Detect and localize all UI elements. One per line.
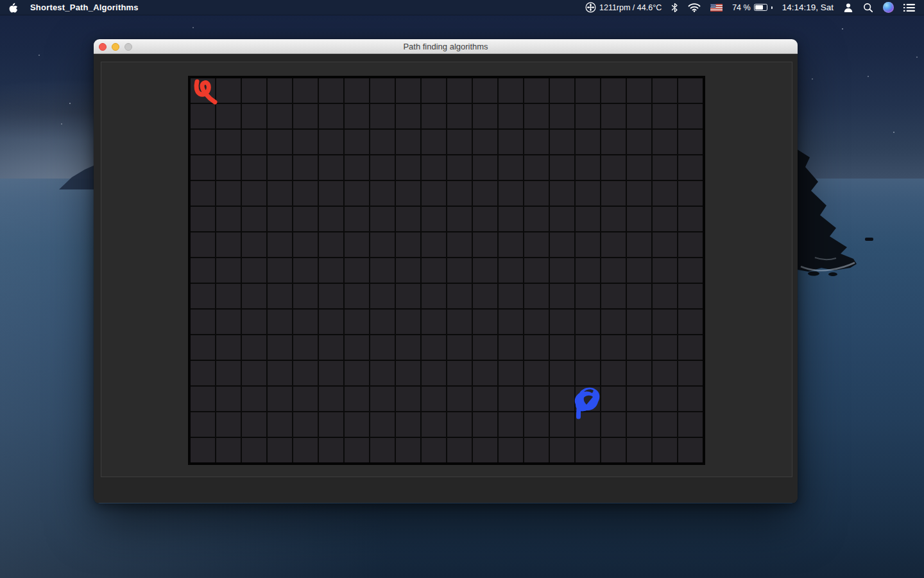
grid-cell[interactable] xyxy=(370,104,395,128)
minimize-button[interactable] xyxy=(112,43,119,51)
battery-menu-item[interactable]: 74 % xyxy=(732,3,773,12)
grid-cell[interactable] xyxy=(319,207,343,231)
grid-cell[interactable] xyxy=(524,387,549,411)
grid-cell[interactable] xyxy=(345,78,369,103)
grid-cell[interactable] xyxy=(216,361,241,385)
grid-cell[interactable] xyxy=(627,258,651,283)
grid-cell[interactable] xyxy=(268,181,292,206)
grid-cell[interactable] xyxy=(345,104,369,128)
grid-cell[interactable] xyxy=(550,387,574,411)
grid-cell[interactable] xyxy=(653,181,677,206)
grid-cell[interactable] xyxy=(627,104,651,128)
grid-cell[interactable] xyxy=(396,335,420,360)
grid-cell[interactable] xyxy=(345,207,369,231)
grid-cell[interactable] xyxy=(242,78,266,103)
grid-cell[interactable] xyxy=(499,412,523,437)
grid-cell[interactable] xyxy=(268,438,292,462)
grid-cell[interactable] xyxy=(550,207,574,231)
grid-cell[interactable] xyxy=(242,361,266,385)
grid-cell[interactable] xyxy=(242,181,266,206)
grid-cell[interactable] xyxy=(216,310,241,334)
grid-cell[interactable] xyxy=(576,258,600,283)
grid-cell[interactable] xyxy=(422,387,446,411)
grid-cell[interactable] xyxy=(473,130,497,154)
menubar-app-name[interactable]: Shortest_Path_Algorithms xyxy=(30,3,139,12)
grid-cell[interactable] xyxy=(242,438,266,462)
grid-cell[interactable] xyxy=(601,284,626,308)
grid-cell[interactable] xyxy=(293,155,318,180)
grid-cell[interactable] xyxy=(473,310,497,334)
grid-cell[interactable] xyxy=(396,104,420,128)
grid-cell[interactable] xyxy=(653,104,677,128)
grid-cell[interactable] xyxy=(345,284,369,308)
grid-cell[interactable] xyxy=(422,310,446,334)
grid-cell[interactable] xyxy=(473,104,497,128)
grid-cell[interactable] xyxy=(216,78,241,103)
grid-cell[interactable] xyxy=(550,310,574,334)
grid-cell[interactable] xyxy=(242,232,266,257)
grid-cell[interactable] xyxy=(653,387,677,411)
grid-cell[interactable] xyxy=(576,412,600,437)
grid-cell[interactable] xyxy=(653,78,677,103)
grid-cell[interactable] xyxy=(550,232,574,257)
grid-cell[interactable] xyxy=(268,335,292,360)
grid-cell[interactable] xyxy=(370,130,395,154)
grid-cell[interactable] xyxy=(499,284,523,308)
grid-cell[interactable] xyxy=(396,361,420,385)
grid-cell[interactable] xyxy=(191,78,215,103)
grid-cell[interactable] xyxy=(576,207,600,231)
grid-cell[interactable] xyxy=(550,181,574,206)
grid-cell[interactable] xyxy=(601,387,626,411)
grid-cell[interactable] xyxy=(422,181,446,206)
grid-cell[interactable] xyxy=(319,284,343,308)
grid-cell[interactable] xyxy=(524,412,549,437)
grid-cell[interactable] xyxy=(653,130,677,154)
grid-cell[interactable] xyxy=(319,258,343,283)
grid-cell[interactable] xyxy=(653,207,677,231)
grid-cell[interactable] xyxy=(550,130,574,154)
clock-menu-item[interactable]: 14:14:19, Sat xyxy=(782,3,834,12)
grid-cell[interactable] xyxy=(524,207,549,231)
grid-cell[interactable] xyxy=(678,258,703,283)
grid-cell[interactable] xyxy=(319,78,343,103)
grid-cell[interactable] xyxy=(422,335,446,360)
grid-cell[interactable] xyxy=(447,207,472,231)
grid-cell[interactable] xyxy=(242,387,266,411)
grid-cell[interactable] xyxy=(242,284,266,308)
grid-cell[interactable] xyxy=(499,258,523,283)
pathfinding-grid[interactable] xyxy=(188,76,705,465)
grid-cell[interactable] xyxy=(319,130,343,154)
grid-cell[interactable] xyxy=(370,438,395,462)
grid-cell[interactable] xyxy=(678,361,703,385)
grid-cell[interactable] xyxy=(191,232,215,257)
grid-cell[interactable] xyxy=(293,232,318,257)
grid-cell[interactable] xyxy=(216,207,241,231)
grid-cell[interactable] xyxy=(653,232,677,257)
grid-cell[interactable] xyxy=(422,207,446,231)
grid-cell[interactable] xyxy=(293,335,318,360)
grid-cell[interactable] xyxy=(268,207,292,231)
grid-cell[interactable] xyxy=(550,438,574,462)
grid-cell[interactable] xyxy=(524,438,549,462)
grid-cell[interactable] xyxy=(678,284,703,308)
grid-cell[interactable] xyxy=(627,387,651,411)
grid-cell[interactable] xyxy=(191,361,215,385)
grid-cell[interactable] xyxy=(473,438,497,462)
grid-cell[interactable] xyxy=(653,438,677,462)
grid-cell[interactable] xyxy=(370,207,395,231)
grid-cell[interactable] xyxy=(191,130,215,154)
grid-cell[interactable] xyxy=(370,258,395,283)
grid-cell[interactable] xyxy=(242,412,266,437)
grid-cell[interactable] xyxy=(601,310,626,334)
grid-cell[interactable] xyxy=(473,335,497,360)
grid-cell[interactable] xyxy=(293,310,318,334)
grid-cell[interactable] xyxy=(576,181,600,206)
grid-cell[interactable] xyxy=(601,207,626,231)
grid-cell[interactable] xyxy=(396,258,420,283)
grid-cell[interactable] xyxy=(524,310,549,334)
grid-cell[interactable] xyxy=(499,104,523,128)
grid-cell[interactable] xyxy=(627,438,651,462)
grid-cell[interactable] xyxy=(447,78,472,103)
grid-cell[interactable] xyxy=(601,438,626,462)
grid-cell[interactable] xyxy=(678,181,703,206)
